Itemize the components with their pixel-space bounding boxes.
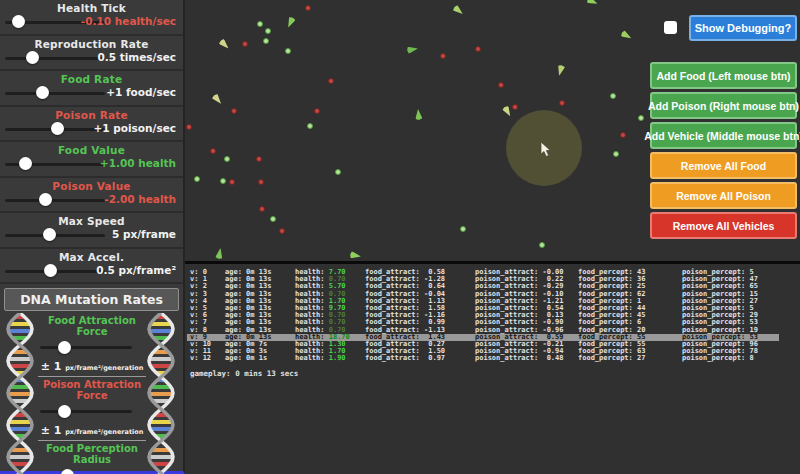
add-vehicle-middle-mouse-btn-button[interactable]: Add Vehicle (Middle mouse btn) (650, 122, 797, 149)
food-dot (257, 21, 263, 27)
slider-handle[interactable] (19, 157, 32, 170)
slider-row: 0.5 times/sec (0, 50, 183, 67)
slider-row: +1 food/sec (0, 85, 183, 102)
slider-group-food-rate: Food Rate+1 food/sec (0, 71, 183, 107)
stat-cell: age: 0m 1s (225, 355, 267, 362)
poison-dot (186, 124, 192, 130)
poison-dot (559, 100, 565, 106)
vehicle-stat-row-12[interactable]: v: 12age: 0m 1shealth: 1.90food_attract:… (187, 355, 800, 362)
slider-value: -2.00 health (104, 193, 176, 205)
health-label: health: (295, 354, 329, 362)
add-poison-right-mouse-btn-button[interactable]: Add Poison (Right mouse btn) (650, 92, 797, 119)
dna-slider-group-food-attraction-force: Food Attraction Force± 1 px/frame²/gener… (38, 315, 146, 377)
dna-slider-group-food-perception-radius: Food Perception Radius± 50 px / generati… (38, 443, 146, 474)
slider-handle[interactable] (12, 15, 25, 28)
dna-slider-group-poison-attraction-force: Poison Attraction Force± 1 px/frame²/gen… (38, 379, 146, 441)
food-dot (307, 123, 313, 129)
dna-helix-icon (143, 313, 179, 474)
stat-cell: poison_attract: 0.48 (475, 355, 564, 362)
slider-group-max-accel-: Max Accel.0.5 px/frame² (0, 249, 183, 285)
show-debugging-button[interactable]: Show Debugging? (689, 15, 797, 41)
mutation-amount: ± 1 (41, 360, 66, 373)
action-buttons: Add Food (Left mouse btn)Add Poison (Rig… (650, 62, 797, 239)
vehicle-agent (555, 64, 565, 76)
remove-all-vehicles-button[interactable]: Remove All Vehicles (650, 212, 797, 239)
slider-handle[interactable] (44, 264, 57, 277)
mouse-cursor-icon (540, 142, 552, 158)
remove-all-poison-button[interactable]: Remove All Poison (650, 182, 797, 209)
slider-row (38, 340, 146, 355)
food-dot (460, 226, 466, 232)
slider-track[interactable] (40, 410, 132, 413)
slider-handle[interactable] (61, 469, 74, 474)
mutation-amount: ± 1 (41, 424, 66, 437)
actions-panel: Show Debugging? Add Food (Left mouse btn… (648, 0, 800, 261)
food-dot (270, 216, 276, 222)
food-dot (613, 151, 619, 157)
dna-slider-label: Poison Attraction Force (38, 379, 146, 401)
slider-row: -2.00 health (0, 192, 183, 209)
add-food-left-mouse-btn-button[interactable]: Add Food (Left mouse btn) (650, 62, 797, 89)
slider-handle[interactable] (51, 122, 64, 135)
food-dot (335, 169, 341, 175)
dna-mutation-area: Food Attraction Force± 1 px/frame²/gener… (0, 313, 183, 474)
slider-track[interactable] (5, 92, 105, 95)
slider-group-max-speed: Max Speed5 px/frame (0, 213, 183, 249)
slider-handle[interactable] (26, 51, 39, 64)
poison-dot (231, 108, 237, 114)
food-dot (220, 178, 226, 184)
dna-sliders: Food Attraction Force± 1 px/frame²/gener… (38, 315, 146, 474)
vehicle-agent (619, 29, 632, 41)
vehicle-agent (349, 251, 361, 260)
dna-slider-label: Food Attraction Force (38, 315, 146, 337)
slider-label: Food Value (12, 144, 172, 156)
slider-handle[interactable] (43, 228, 56, 241)
slider-value: +1 poison/sec (94, 122, 176, 134)
slider-handle[interactable] (39, 193, 52, 206)
vehicle-agent (218, 38, 231, 51)
slider-row: -0.10 health/sec (0, 14, 183, 31)
poison-dot (498, 82, 504, 88)
gameplay-timer: gameplay: 0 mins 13 secs (190, 369, 298, 378)
mutation-rate-value: ± 1 px/frame²/generation (38, 419, 146, 441)
mutation-rate-value: ± 1 px/frame²/generation (38, 355, 146, 377)
mutation-unit: px/frame²/generation (65, 364, 143, 372)
slider-group-poison-value: Poison Value-2.00 health (0, 178, 183, 214)
show-debugging-checkbox[interactable] (664, 21, 677, 34)
slider-row: 5 px/frame (0, 227, 183, 244)
stat-cell: v: 12 (190, 355, 211, 362)
slider-handle[interactable] (36, 86, 49, 99)
slider-label: Max Accel. (12, 251, 172, 263)
remove-all-food-button[interactable]: Remove All Food (650, 152, 797, 179)
vehicle-agent (452, 4, 465, 16)
slider-value: -0.10 health/sec (81, 15, 176, 27)
food-dot (265, 28, 271, 34)
poison-dot (305, 5, 311, 11)
health-value: 1.90 (329, 354, 346, 362)
food-dot (285, 48, 291, 54)
food-dot (638, 115, 644, 121)
slider-group-food-value: Food Value+1.00 health (0, 142, 183, 178)
canvas-divider (185, 261, 800, 264)
poison-dot (259, 206, 265, 212)
slider-row: +1.00 health (0, 156, 183, 173)
slider-handle[interactable] (58, 405, 71, 418)
slider-handle[interactable] (58, 341, 71, 354)
vehicle-stats-table: v: 0age: 0m 13shealth: 7.70food_attract:… (187, 269, 800, 362)
slider-value: +1.00 health (100, 157, 176, 169)
slider-track[interactable] (40, 346, 132, 349)
slider-row: +1 poison/sec (0, 121, 183, 138)
poison-dot (229, 179, 235, 185)
slider-track[interactable] (5, 199, 105, 202)
slider-track[interactable] (5, 57, 105, 60)
vehicle-agent (406, 45, 418, 54)
slider-group-health-tick: Health Tick-0.10 health/sec (0, 0, 183, 36)
slider-value: 0.5 times/sec (97, 51, 176, 63)
slider-value: 0.5 px/frame² (96, 264, 176, 276)
slider-label: Max Speed (12, 215, 172, 227)
slider-value: 5 px/frame (112, 228, 176, 240)
stat-cell: poison_percept: 8 (682, 355, 754, 362)
poison-dot (475, 46, 481, 52)
slider-label: Food Rate (12, 73, 172, 85)
poison-dot (242, 41, 248, 47)
